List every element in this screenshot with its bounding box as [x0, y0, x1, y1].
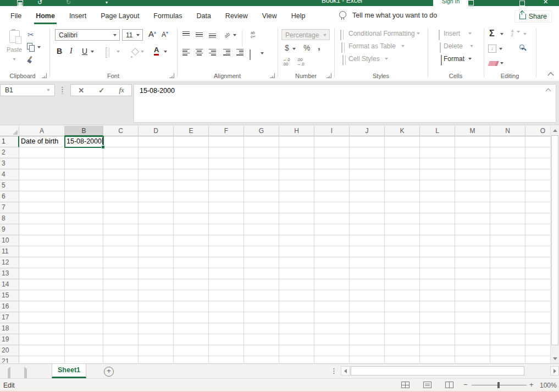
- currency-format-button[interactable]: $: [285, 43, 289, 52]
- row-header-20[interactable]: 20: [0, 345, 19, 356]
- cell-N8[interactable]: [490, 213, 525, 224]
- cell-K13[interactable]: [385, 268, 420, 279]
- zoom-level[interactable]: 100%: [540, 382, 557, 389]
- cell-E21[interactable]: [174, 356, 209, 363]
- cell-B7[interactable]: [65, 202, 103, 213]
- cell-H12[interactable]: [279, 257, 314, 268]
- cell-M3[interactable]: [455, 158, 490, 169]
- cell-F12[interactable]: [209, 257, 244, 268]
- cell-F18[interactable]: [209, 323, 244, 334]
- cell-M17[interactable]: [455, 312, 490, 323]
- cell-I9[interactable]: [314, 224, 350, 235]
- cell-E3[interactable]: [174, 158, 209, 169]
- cell-B21[interactable]: [65, 356, 103, 363]
- row-header-19[interactable]: 19: [0, 334, 19, 345]
- cell-B14[interactable]: [65, 279, 103, 290]
- cell-G18[interactable]: [244, 323, 279, 334]
- grow-font-button[interactable]: A▴: [148, 29, 156, 38]
- cell-J1[interactable]: [350, 136, 385, 147]
- row-header-11[interactable]: 11: [0, 246, 19, 257]
- cell-E10[interactable]: [174, 235, 209, 246]
- cell-A18[interactable]: [19, 323, 65, 334]
- vertical-scrollbar[interactable]: [550, 126, 559, 363]
- cell-L7[interactable]: [420, 202, 455, 213]
- cell-I11[interactable]: [314, 246, 350, 257]
- cell-M7[interactable]: [455, 202, 490, 213]
- cell-N2[interactable]: [490, 147, 525, 158]
- underline-button[interactable]: U: [82, 47, 87, 56]
- cell-C21[interactable]: [103, 356, 139, 363]
- cell-N3[interactable]: [490, 158, 525, 169]
- font-color-button[interactable]: A: [154, 46, 159, 54]
- cell-M4[interactable]: [455, 169, 490, 180]
- cell-D4[interactable]: [139, 169, 174, 180]
- cell-O4[interactable]: [525, 169, 550, 180]
- cell-O19[interactable]: [525, 334, 550, 345]
- zoom-out-icon[interactable]: −: [463, 380, 468, 389]
- cell-C1[interactable]: [103, 136, 139, 147]
- cell-D17[interactable]: [139, 312, 174, 323]
- cell-J8[interactable]: [350, 213, 385, 224]
- cell-J9[interactable]: [350, 224, 385, 235]
- cell-G7[interactable]: [244, 202, 279, 213]
- autosum-icon[interactable]: Σ: [489, 29, 495, 38]
- cell-J3[interactable]: [350, 158, 385, 169]
- cell-O5[interactable]: [525, 180, 550, 191]
- cell-F16[interactable]: [209, 301, 244, 312]
- cell-G5[interactable]: [244, 180, 279, 191]
- cell-L2[interactable]: [420, 147, 455, 158]
- zoom-in-icon[interactable]: +: [529, 380, 534, 389]
- cell-K11[interactable]: [385, 246, 420, 257]
- font-name-combo[interactable]: Calibri: [55, 29, 120, 41]
- cell-L19[interactable]: [420, 334, 455, 345]
- cell-K9[interactable]: [385, 224, 420, 235]
- tell-me-box[interactable]: Tell me what you want to do: [352, 12, 437, 19]
- cell-H3[interactable]: [279, 158, 314, 169]
- cell-C9[interactable]: [103, 224, 139, 235]
- cell-I6[interactable]: [314, 191, 350, 202]
- tab-insert[interactable]: Insert: [62, 7, 93, 25]
- clipboard-dialog-launcher-icon[interactable]: [42, 73, 47, 78]
- cell-M2[interactable]: [455, 147, 490, 158]
- cell-O14[interactable]: [525, 279, 550, 290]
- cell-K14[interactable]: [385, 279, 420, 290]
- merge-center-dropdown-icon[interactable]: [261, 52, 264, 54]
- cell-C13[interactable]: [103, 268, 139, 279]
- cell-K5[interactable]: [385, 180, 420, 191]
- underline-dropdown-icon[interactable]: [91, 51, 94, 53]
- row-header-17[interactable]: 17: [0, 312, 19, 323]
- cell-J14[interactable]: [350, 279, 385, 290]
- formula-bar-splitter[interactable]: [62, 86, 63, 94]
- cell-H5[interactable]: [279, 180, 314, 191]
- column-header-G[interactable]: G: [244, 126, 279, 136]
- font-dialog-launcher-icon[interactable]: [169, 73, 174, 78]
- cell-E16[interactable]: [174, 301, 209, 312]
- cell-D12[interactable]: [139, 257, 174, 268]
- cell-D13[interactable]: [139, 268, 174, 279]
- cell-E9[interactable]: [174, 224, 209, 235]
- cell-C11[interactable]: [103, 246, 139, 257]
- cell-G1[interactable]: [244, 136, 279, 147]
- column-header-H[interactable]: H: [279, 126, 314, 136]
- cell-L11[interactable]: [420, 246, 455, 257]
- cell-G19[interactable]: [244, 334, 279, 345]
- cell-K10[interactable]: [385, 235, 420, 246]
- cell-C8[interactable]: [103, 213, 139, 224]
- cell-C7[interactable]: [103, 202, 139, 213]
- cell-K8[interactable]: [385, 213, 420, 224]
- row-header-6[interactable]: 6: [0, 191, 19, 202]
- scroll-down-icon[interactable]: [551, 354, 559, 363]
- cell-O8[interactable]: [525, 213, 550, 224]
- cell-G15[interactable]: [244, 290, 279, 301]
- save-icon[interactable]: [17, 0, 23, 6]
- cell-H21[interactable]: [279, 356, 314, 363]
- cell-O15[interactable]: [525, 290, 550, 301]
- cell-I13[interactable]: [314, 268, 350, 279]
- cell-K12[interactable]: [385, 257, 420, 268]
- tab-data[interactable]: Data: [189, 7, 218, 25]
- cell-F6[interactable]: [209, 191, 244, 202]
- cell-N9[interactable]: [490, 224, 525, 235]
- cell-A7[interactable]: [19, 202, 65, 213]
- cell-A12[interactable]: [19, 257, 65, 268]
- cell-M11[interactable]: [455, 246, 490, 257]
